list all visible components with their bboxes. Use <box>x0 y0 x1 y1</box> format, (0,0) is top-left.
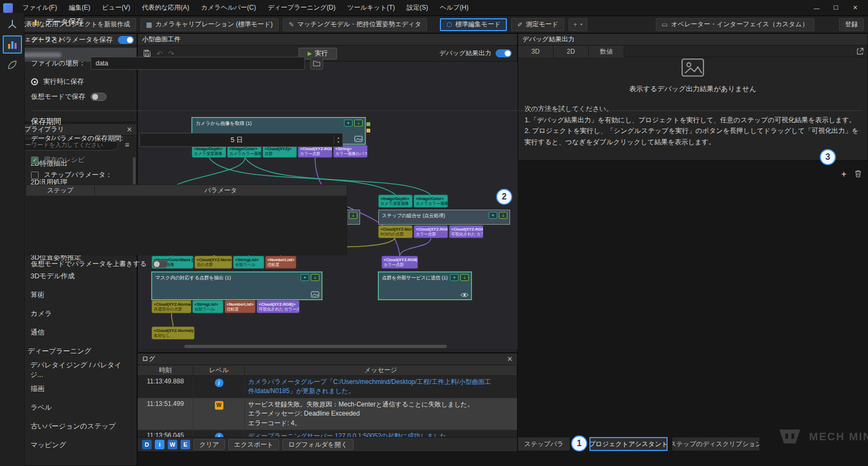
tab-step-parameters-label: ステップパラ <box>524 440 564 449</box>
step-params-checkbox[interactable] <box>31 172 39 179</box>
measurement-output-icon[interactable] <box>3 15 22 33</box>
data-save-icon <box>31 18 40 27</box>
add-param-button[interactable]: + <box>841 169 847 179</box>
project-assistant-panel: プロジェクトアシスタント ✕ データ保存 データとパラメータを保存 <box>0 0 350 273</box>
save-on-run-radio[interactable] <box>31 78 38 85</box>
retention-section-header: 保存期間 <box>31 117 61 127</box>
tab-project-assistant-label: プロジェクトアシスタント <box>589 440 668 449</box>
trash-icon <box>855 170 862 177</box>
spin-down-icon[interactable]: ▾ <box>338 140 340 144</box>
data-save-header: データ保存 <box>31 17 84 27</box>
assistant-icon-strip <box>0 13 25 466</box>
divider <box>31 110 863 111</box>
step-params-row: ステップパラメータ： <box>31 171 112 180</box>
param-col-step: ステップ <box>26 186 95 195</box>
parameter-recipe-icon[interactable] <box>3 56 22 74</box>
virtual-save-label: 仮想モードで保存 <box>31 92 85 101</box>
data-save-title: データ保存 <box>46 17 84 27</box>
data-storage-icon[interactable] <box>3 35 22 54</box>
tab-project-assistant[interactable]: プロジェクトアシスタント <box>589 437 668 451</box>
app-logo-icon <box>3 3 13 13</box>
param-table-body[interactable] <box>26 196 347 255</box>
override-row: 仮想モードでパラメータを上書きする <box>31 260 168 269</box>
watermark-text: MECH MIND <box>809 431 868 443</box>
tab-step-description-label: ステップのディスクリプション <box>672 440 760 449</box>
mech-vision-window: ファイル(F) 編集(E) ビュー(V) 代表的な応用(A) カメラヘルパー(C… <box>0 0 868 466</box>
spin-up-icon[interactable]: ▴ <box>338 136 340 140</box>
delete-param-button[interactable] <box>855 170 862 177</box>
step-params-label: ステップパラメータ： <box>44 171 112 180</box>
callout-badge-3: 3 <box>820 149 836 165</box>
save-on-run-label: 実行時に保存 <box>43 77 84 86</box>
retention-row: データ/パラメータの保存期間: <box>31 134 123 143</box>
check-icon: ✓ <box>32 157 37 163</box>
override-label: 仮想モードでパラメータを上書きする <box>31 260 147 269</box>
virtual-save-row: 仮想モードで保存 <box>31 92 107 101</box>
mech-mind-logo-icon <box>776 423 804 450</box>
plus-icon: + <box>841 169 847 179</box>
retention-label: データ/パラメータの保存期間: <box>31 134 123 143</box>
virtual-save-toggle[interactable] <box>91 93 107 101</box>
callout-badge-1: 1 <box>571 435 587 452</box>
spinner-arrows[interactable]: ▴▾ <box>334 136 342 144</box>
save-data-params-label: データとパラメータを保存 <box>31 35 113 45</box>
retention-spinner[interactable]: 5 日 ▴▾ <box>139 133 343 147</box>
param-table-header: ステップ パラメータ <box>26 184 347 196</box>
current-recipe-label: 現在のレシピ <box>44 156 85 165</box>
save-data-params-toggle[interactable] <box>118 36 134 44</box>
current-recipe-row: ✓ 現在のレシピ <box>31 156 85 165</box>
current-recipe-checkbox[interactable]: ✓ <box>31 157 39 164</box>
file-location-label: ファイルの場所： <box>31 59 85 68</box>
param-col-parameter: パラメータ <box>95 186 347 195</box>
file-location-input[interactable] <box>91 57 305 70</box>
save-on-run-row: 実行時に保存 <box>31 77 84 86</box>
retention-value: 5 日 <box>140 136 334 145</box>
mech-mind-watermark: MECH MIND <box>776 423 868 450</box>
callout-badge-2: 2 <box>496 189 512 205</box>
override-toggle[interactable] <box>152 260 168 268</box>
retention-title: 保存期間 <box>31 117 61 127</box>
tab-step-parameters[interactable]: ステップパラ <box>518 437 570 451</box>
file-location-row: ファイルの場所： <box>31 57 323 70</box>
tab-step-description[interactable]: ステップのディスクリプション <box>672 437 760 451</box>
assistant-content: データ保存 データとパラメータを保存 ファイルの場所： 実行時に保存 仮想モード… <box>25 12 868 466</box>
save-data-params-row: データとパラメータを保存 <box>31 35 134 45</box>
folder-icon[interactable] <box>310 57 323 70</box>
